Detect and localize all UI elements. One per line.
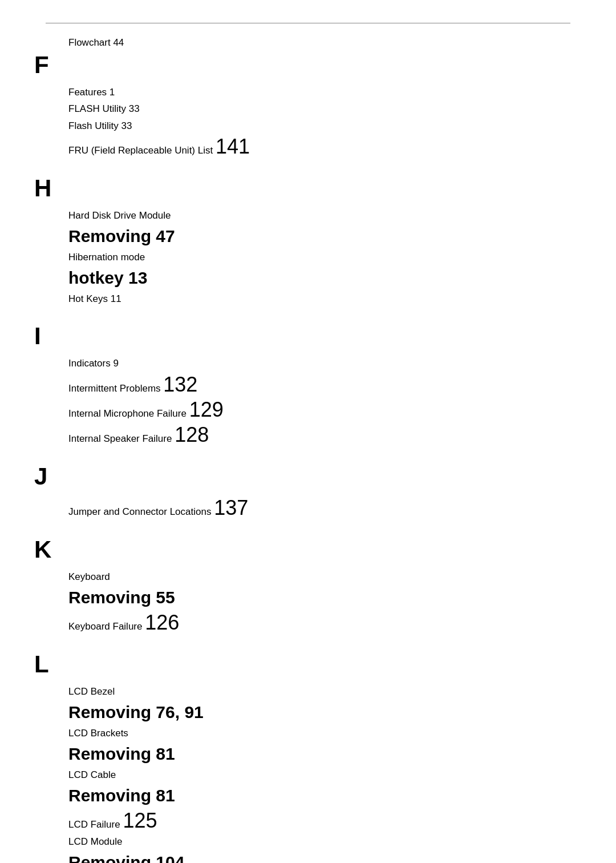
entry-hot-keys-11: Hot Keys 11 [68, 291, 570, 307]
section-l: L LCD Bezel Removing 76, 91 LCD Brackets… [46, 651, 570, 863]
section-h: H Hard Disk Drive Module Removing 47 Hib… [46, 175, 570, 307]
page-container: Flowchart 44 F Features 1 FLASH Utility … [0, 0, 616, 863]
entry-lcd-brackets-text: LCD Brackets [68, 728, 128, 739]
entry-jumper-num: 137 [214, 496, 248, 519]
entry-intermittent-text: Intermittent Problems [68, 383, 163, 394]
section-header-h: H [34, 175, 570, 202]
entry-removing-76-91-text: Removing 76, 91 [68, 703, 204, 721]
intro-flowchart-text: Flowchart [68, 37, 111, 48]
entry-removing-76-91: Removing 76, 91 [68, 700, 570, 724]
entry-keyboard-failure-num: 126 [145, 611, 179, 634]
entry-intermittent: Intermittent Problems 132 [68, 373, 570, 397]
entry-features: Features 1 [68, 84, 570, 100]
section-header-i: I [34, 322, 570, 350]
section-header-j: J [34, 463, 570, 490]
entry-hdd-module: Hard Disk Drive Module [68, 208, 570, 223]
entry-removing-47-text: Removing 47 [68, 227, 175, 245]
entry-flash-utility-33-upper: FLASH Utility 33 [68, 101, 570, 116]
intro-flowchart-num: 44 [111, 37, 124, 48]
entry-fru-text: FRU (Field Replaceable Unit) List [68, 145, 216, 156]
entry-fru-num: 141 [216, 135, 250, 158]
intro-flowchart: Flowchart 44 [68, 35, 570, 50]
entry-hotkey-13: hotkey 13 [68, 266, 570, 290]
section-header-f: F [34, 51, 570, 79]
section-j: J Jumper and Connector Locations 137 [46, 463, 570, 520]
entry-lcd-module-text: LCD Module [68, 836, 123, 847]
entry-lcd-bezel-text: LCD Bezel [68, 686, 115, 697]
section-header-k: K [34, 536, 570, 563]
entry-internal-mic: Internal Microphone Failure 129 [68, 398, 570, 422]
entry-flash-upper-text: FLASH Utility 33 [68, 103, 140, 114]
section-header-l: L [34, 651, 570, 678]
entry-lcd-failure-text: LCD Failure [68, 819, 123, 830]
entry-lcd-failure-num: 125 [123, 809, 157, 832]
entry-internal-mic-num: 129 [189, 398, 224, 421]
entry-fru-list: FRU (Field Replaceable Unit) List 141 [68, 135, 570, 159]
top-rule [46, 23, 570, 23]
entry-removing-104: Removing 104 [68, 850, 570, 863]
entry-jumper-text: Jumper and Connector Locations [68, 506, 214, 517]
entry-lcd-brackets: LCD Brackets [68, 725, 570, 741]
entry-jumper: Jumper and Connector Locations 137 [68, 496, 570, 520]
entry-hotkey-text: hotkey 13 [68, 268, 147, 287]
entry-intermittent-num: 132 [163, 373, 197, 396]
entry-removing-81-brackets-text: Removing 81 [68, 744, 175, 763]
entry-indicators: Indicators 9 [68, 356, 570, 371]
entry-features-text: Features 1 [68, 87, 115, 98]
entry-lcd-bezel: LCD Bezel [68, 684, 570, 699]
entry-flash-utility-33-lower: Flash Utility 33 [68, 118, 570, 134]
entry-keyboard-failure: Keyboard Failure 126 [68, 611, 570, 635]
entry-lcd-cable: LCD Cable [68, 767, 570, 783]
entry-internal-speaker-text: Internal Speaker Failure [68, 433, 175, 444]
entry-internal-speaker: Internal Speaker Failure 128 [68, 423, 570, 447]
entry-removing-47: Removing 47 [68, 224, 570, 248]
entry-hibernation-text: Hibernation mode [68, 252, 145, 263]
entry-removing-81-cable: Removing 81 [68, 784, 570, 808]
section-i: I Indicators 9 Intermittent Problems 132… [46, 322, 570, 446]
entry-indicators-text: Indicators 9 [68, 358, 119, 369]
entry-internal-mic-text: Internal Microphone Failure [68, 408, 189, 419]
section-f: F Features 1 FLASH Utility 33 Flash Util… [46, 51, 570, 159]
entry-hot-keys-text: Hot Keys 11 [68, 293, 121, 304]
entry-flash-lower-text: Flash Utility 33 [68, 120, 132, 131]
entry-hdd-text: Hard Disk Drive Module [68, 210, 171, 221]
entry-lcd-module: LCD Module [68, 834, 570, 849]
entry-removing-81-cable-text: Removing 81 [68, 786, 175, 805]
entry-removing-81-brackets: Removing 81 [68, 742, 570, 766]
entry-removing-104-text: Removing 104 [68, 853, 184, 863]
entry-hibernation: Hibernation mode [68, 249, 570, 265]
entry-lcd-failure: LCD Failure 125 [68, 809, 570, 833]
entry-lcd-cable-text: LCD Cable [68, 769, 116, 780]
section-k: K Keyboard Removing 55 Keyboard Failure … [46, 536, 570, 635]
entry-removing-55: Removing 55 [68, 586, 570, 610]
entry-keyboard: Keyboard [68, 569, 570, 584]
entry-internal-speaker-num: 128 [175, 423, 209, 446]
entry-keyboard-failure-text: Keyboard Failure [68, 621, 145, 632]
entry-removing-55-text: Removing 55 [68, 588, 175, 607]
entry-keyboard-text: Keyboard [68, 571, 110, 582]
